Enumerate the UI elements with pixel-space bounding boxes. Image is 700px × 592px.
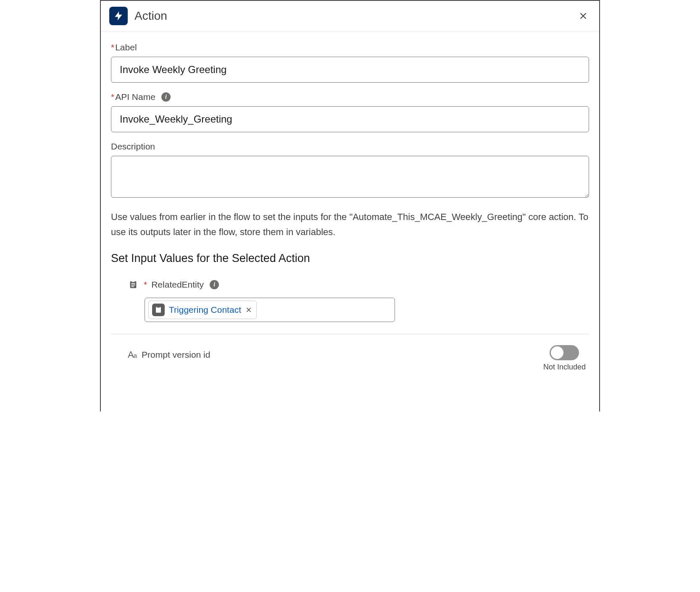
- record-icon: [152, 304, 165, 316]
- pill-text: Triggering Contact: [169, 305, 241, 315]
- pill-remove-button[interactable]: [245, 306, 252, 313]
- label-for-api-name: *API Name i: [111, 92, 589, 102]
- svg-rect-8: [157, 310, 160, 311]
- svg-rect-2: [131, 283, 135, 284]
- svg-rect-3: [131, 285, 135, 286]
- required-asterisk: *: [144, 280, 147, 290]
- label-for-description: Description: [111, 141, 589, 152]
- description-input[interactable]: [111, 156, 589, 198]
- label-for-label: *Label: [111, 42, 589, 52]
- api-name-label-text: API Name: [115, 92, 155, 102]
- text-type-icon: Aa: [128, 349, 137, 360]
- required-asterisk: *: [111, 92, 114, 102]
- label-input[interactable]: [111, 57, 589, 83]
- selected-pill: Triggering Contact: [148, 301, 257, 319]
- svg-rect-9: [157, 311, 159, 312]
- panel-title: Action: [134, 9, 575, 23]
- toggle-knob: [551, 346, 563, 359]
- input-row-prompt-version: Aa Prompt version id Not Included: [111, 345, 589, 372]
- field-api-name: *API Name i: [111, 92, 589, 132]
- svg-rect-7: [157, 309, 160, 309]
- description-label-text: Description: [111, 141, 155, 152]
- toggle-caption: Not Included: [543, 363, 586, 372]
- lightning-icon: [109, 7, 128, 25]
- help-text: Use values from earlier in the flow to s…: [111, 210, 589, 240]
- record-icon: [128, 279, 139, 290]
- action-panel: Action *Label *API Name i Description Us…: [100, 0, 600, 411]
- label-text: Label: [115, 42, 137, 52]
- include-toggle[interactable]: [550, 345, 579, 360]
- related-entity-label-text: RelatedEntity: [151, 280, 204, 290]
- close-button[interactable]: [575, 8, 592, 24]
- input-row-related-entity: * RelatedEntity i Triggering Contact: [111, 279, 589, 334]
- info-icon[interactable]: i: [161, 92, 171, 102]
- section-title: Set Input Values for the Selected Action: [111, 252, 589, 265]
- related-entity-label: * RelatedEntity i: [144, 280, 219, 290]
- api-name-input[interactable]: [111, 106, 589, 132]
- svg-rect-1: [132, 280, 134, 282]
- field-description: Description: [111, 141, 589, 199]
- prompt-version-label: Prompt version id: [142, 350, 210, 360]
- svg-rect-4: [131, 286, 134, 287]
- svg-rect-6: [157, 306, 160, 307]
- related-entity-picker[interactable]: Triggering Contact: [145, 298, 395, 322]
- info-icon[interactable]: i: [210, 280, 219, 289]
- required-asterisk: *: [111, 42, 114, 52]
- panel-header: Action: [101, 1, 599, 31]
- field-label: *Label: [111, 42, 589, 83]
- panel-body: *Label *API Name i Description Use value…: [101, 31, 599, 376]
